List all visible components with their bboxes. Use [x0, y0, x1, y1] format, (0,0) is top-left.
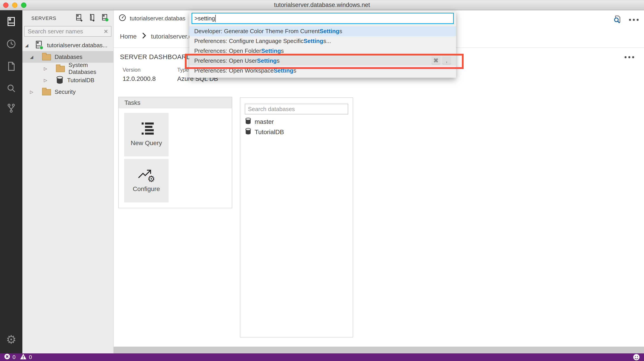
command-match: Setting — [274, 67, 293, 74]
tree-item-tutorialdb[interactable]: ▷ TutorialDB — [22, 74, 113, 86]
comma-key: , — [442, 57, 451, 65]
tab-label: tutorialserver.databas — [130, 15, 186, 22]
source-control-icon[interactable] — [0, 103, 22, 113]
command-text: s — [281, 48, 284, 55]
command-text: s — [339, 28, 342, 35]
tile-label: New Query — [131, 140, 162, 147]
minimize-window-button[interactable] — [12, 3, 18, 8]
expanded-twisty-icon[interactable]: ◢ — [25, 43, 31, 48]
breadcrumb: Home tutorialserver.d — [120, 32, 192, 41]
server-search-input[interactable] — [28, 28, 104, 35]
status-bar: 0 0 — [0, 353, 644, 361]
collapsed-twisty-icon[interactable]: ▷ — [44, 66, 50, 71]
property-label: Version — [122, 67, 156, 73]
databases-widget: master TutorialDB — [240, 97, 353, 337]
database-name: TutorialDB — [255, 129, 284, 136]
new-server-group-icon[interactable] — [88, 14, 96, 23]
breadcrumb-current: tutorialserver.d — [151, 33, 192, 40]
title-bar: tutorialserver.database.windows.net — [0, 0, 644, 10]
database-search-box — [245, 104, 348, 114]
command-item-open-workspace-settings[interactable]: Preferences: Open Workspace Settings — [189, 66, 456, 76]
command-text: Preferences: Open Workspace — [194, 67, 274, 74]
command-match: Setting — [257, 57, 276, 64]
task-history-icon[interactable] — [0, 39, 22, 49]
dashboard-bottom-strip — [114, 347, 644, 353]
servers-panel-header: SERVERS — [22, 10, 113, 23]
command-item-open-folder-settings[interactable]: Preferences: Open Folder Settings — [189, 46, 456, 56]
close-window-button[interactable] — [3, 3, 8, 8]
clear-search-icon[interactable]: × — [104, 28, 108, 35]
command-text: Preferences: Open User — [194, 57, 257, 64]
command-match: Setting — [320, 28, 339, 35]
errors-icon[interactable] — [4, 353, 10, 361]
keybinding: ⌘ , — [432, 57, 451, 65]
new-query-icon — [139, 123, 154, 136]
error-count: 0 — [12, 354, 16, 360]
command-item-configure-language-settings[interactable]: Preferences: Configure Language Specific… — [189, 36, 456, 46]
folder-icon — [56, 65, 65, 72]
database-list-item[interactable]: master — [245, 117, 348, 127]
database-list: master TutorialDB — [245, 117, 348, 137]
zoom-window-button[interactable] — [21, 3, 26, 8]
find-in-dashboard-icon[interactable] — [612, 15, 622, 25]
configure-icon: ⚙ — [138, 169, 155, 182]
active-connections-icon[interactable] — [101, 14, 109, 23]
database-icon — [245, 118, 252, 126]
text-caret — [215, 15, 216, 22]
page-title: SERVER DASHBOARD — [120, 53, 191, 61]
warnings-icon[interactable] — [20, 353, 27, 361]
command-text: s — [293, 67, 296, 74]
command-text: Preferences: Configure Language Specific — [194, 38, 304, 45]
database-search-input[interactable] — [248, 106, 345, 113]
feedback-smiley-icon[interactable] — [633, 353, 640, 361]
tree-item-server[interactable]: ◢ tutorialserver.databas... — [22, 40, 113, 51]
search-icon[interactable] — [0, 84, 22, 94]
servers-panel-title: SERVERS — [31, 16, 56, 21]
servers-icon[interactable] — [0, 16, 22, 27]
settings-gear-icon[interactable]: ⚙ — [0, 334, 22, 345]
tile-label: Configure — [133, 185, 160, 193]
dashboard-gauge-icon — [118, 14, 126, 23]
explorer-file-icon[interactable] — [0, 61, 22, 72]
property-value: 12.0.2000.8 — [122, 75, 156, 82]
configure-tile[interactable]: ⚙ Configure — [124, 159, 168, 202]
widget-more-actions-icon[interactable] — [624, 56, 634, 58]
tree-item-databases[interactable]: ◢ Databases — [22, 51, 113, 63]
command-item-open-user-settings[interactable]: Preferences: Open User Settings ⌘ , — [189, 56, 456, 66]
collapsed-twisty-icon[interactable]: ▷ — [30, 89, 36, 95]
tab-server-dashboard[interactable]: tutorialserver.databas — [118, 14, 186, 23]
command-query-text: >setting — [194, 15, 215, 22]
database-icon — [245, 128, 252, 137]
collapsed-twisty-icon[interactable]: ▷ — [44, 78, 50, 83]
app-window: tutorialserver.database.windows.net — [0, 0, 644, 361]
tree-item-label: TutorialDB — [67, 77, 94, 84]
command-palette-input[interactable]: >setting — [192, 13, 454, 24]
servers-tree: ◢ tutorialserver.databas... ◢ Databases … — [22, 40, 113, 98]
database-list-item[interactable]: TutorialDB — [245, 127, 348, 137]
command-match: Setting — [261, 48, 281, 55]
tree-item-label: tutorialserver.databas... — [47, 42, 108, 49]
folder-icon — [42, 53, 51, 61]
property-version: Version 12.0.2000.8 — [122, 67, 156, 82]
warning-count: 0 — [29, 354, 32, 360]
command-text: s... — [323, 38, 331, 45]
window-controls — [3, 3, 26, 8]
command-palette-list: Developer: Generate Color Theme From Cur… — [189, 26, 456, 76]
breadcrumb-home-link[interactable]: Home — [120, 33, 137, 40]
tasks-widget-header: Tasks — [118, 97, 232, 108]
tasks-widget: Tasks New Query — [118, 97, 232, 208]
tree-item-label: Databases — [54, 54, 82, 61]
database-name: master — [255, 118, 274, 125]
tree-item-label: Security — [54, 89, 76, 95]
expanded-twisty-icon[interactable]: ◢ — [30, 55, 36, 60]
new-query-tile[interactable]: New Query — [124, 113, 168, 156]
command-palette: >setting Developer: Generate Color Theme… — [189, 11, 456, 78]
tree-item-system-databases[interactable]: ▷ System Databases — [22, 63, 113, 74]
servers-sidebar: SERVERS — [22, 10, 114, 353]
new-connection-icon[interactable] — [75, 14, 83, 23]
gear-glyph: ⚙ — [148, 176, 155, 182]
database-icon — [56, 76, 64, 84]
more-actions-icon[interactable] — [629, 19, 639, 21]
tree-item-security[interactable]: ▷ Security — [22, 86, 113, 98]
command-item-generate-color-theme[interactable]: Developer: Generate Color Theme From Cur… — [189, 26, 456, 36]
